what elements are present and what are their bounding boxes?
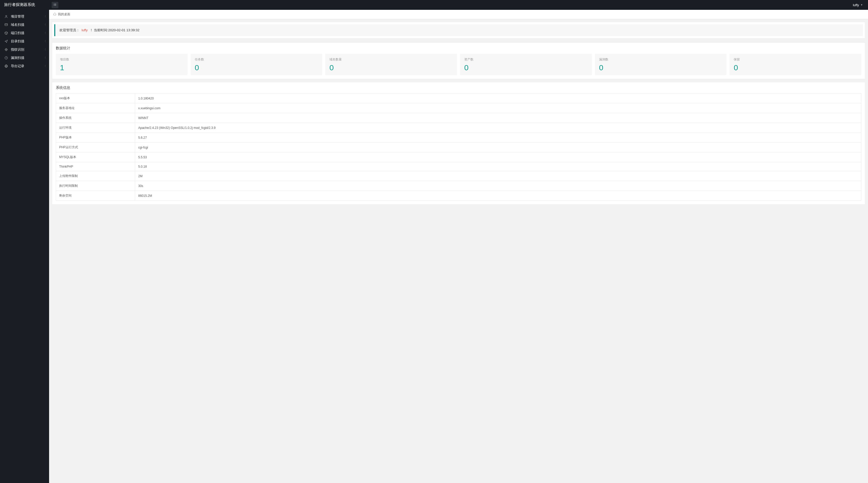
table-row: 上传附件限制2M xyxy=(56,171,861,181)
sidebar-item-domain[interactable]: 域名扫描 〈 xyxy=(0,21,49,29)
caret-down-icon: ▼ xyxy=(861,4,863,6)
stats-title: 数据统计 xyxy=(52,43,865,54)
sidebar-item-dir[interactable]: 目录扫描 〈 xyxy=(0,37,49,45)
stat-value: 0 xyxy=(464,64,588,71)
box-icon xyxy=(4,31,8,35)
stats-panel: 数据统计 项目数 1 任务数 0 域名数量 0 xyxy=(52,43,865,79)
sidebar-item-label: 指纹识别 xyxy=(11,47,43,52)
stat-card-tasks: 任务数 0 xyxy=(191,54,322,75)
fingerprint-icon xyxy=(4,47,8,52)
sidebar-item-vuln[interactable]: 漏洞扫描 〈 xyxy=(0,54,49,62)
globe-icon xyxy=(4,64,8,68)
chevron-left-icon: 〈 xyxy=(43,31,46,35)
welcome-inner: 欢迎管理员： luffy ！ 当前时间:2020-02-01 13:39:32 xyxy=(54,24,863,36)
user-menu[interactable]: luffy ▼ xyxy=(853,3,863,7)
breadcrumb: 我的桌面 xyxy=(49,10,868,19)
stat-label: 项目数 xyxy=(60,57,183,62)
info-key: PHP运行方式 xyxy=(56,142,135,152)
welcome-username: luffy xyxy=(82,28,88,32)
chevron-left-icon: 〈 xyxy=(43,23,46,27)
chevron-left-icon: 〈 xyxy=(43,48,46,52)
stat-cards: 项目数 1 任务数 0 域名数量 0 资产数 0 xyxy=(56,54,861,75)
sidebar-item-label: 目录扫描 xyxy=(11,39,43,44)
welcome-banner: 欢迎管理员： luffy ！ 当前时间:2020-02-01 13:39:32 xyxy=(52,22,865,38)
sysinfo-title: 系统信息 xyxy=(52,83,865,93)
chevron-left-icon: 〈 xyxy=(43,56,46,60)
svg-rect-1 xyxy=(5,24,8,26)
stat-label: 漏洞数 xyxy=(599,57,722,62)
sidebar-item-label: 端口扫描 xyxy=(11,31,43,35)
svg-point-0 xyxy=(6,15,7,17)
info-value: cgi-fcgi xyxy=(135,142,861,152)
stat-value: 0 xyxy=(195,64,318,71)
topbar: luffy ▼ xyxy=(49,0,868,10)
sidebar-nav: 项目管理 〈 域名扫描 〈 端口扫描 〈 xyxy=(0,10,49,70)
chevron-left-icon: 〈 xyxy=(43,15,46,18)
stat-label: 保留 xyxy=(734,57,857,62)
info-key: ThinkPHP xyxy=(56,162,135,171)
welcome-suffix: ！ 当前时间:2020-02-01 13:39:32 xyxy=(90,28,140,32)
info-value: 5.6.27 xyxy=(135,133,861,142)
content: 欢迎管理员： luffy ！ 当前时间:2020-02-01 13:39:32 … xyxy=(49,19,868,211)
stats-body: 项目数 1 任务数 0 域名数量 0 资产数 0 xyxy=(52,54,865,79)
info-value: WINNT xyxy=(135,113,861,123)
welcome-prefix: 欢迎管理员： xyxy=(59,28,80,32)
info-key: 运行环境 xyxy=(56,123,135,133)
table-row: PHP运行方式cgi-fcgi xyxy=(56,142,861,152)
sysinfo-panel: 系统信息 xxx版本1.0.180420 服务器地址x.xuebingsi.co… xyxy=(52,83,865,204)
stat-value: 0 xyxy=(599,64,722,71)
table-row: 操作系统WINNT xyxy=(56,113,861,123)
info-value: x.xuebingsi.com xyxy=(135,103,861,113)
home-icon xyxy=(53,12,56,16)
info-value: 5.5.53 xyxy=(135,152,861,162)
stat-card-reserved: 保留 0 xyxy=(730,54,861,75)
svg-point-14 xyxy=(54,4,54,5)
table-row: 服务器地址x.xuebingsi.com xyxy=(56,103,861,113)
info-value: 30s xyxy=(135,181,861,191)
table-row: 执行时间限制30s xyxy=(56,181,861,191)
sysinfo-body: xxx版本1.0.180420 服务器地址x.xuebingsi.com 操作系… xyxy=(52,93,865,204)
svg-point-5 xyxy=(5,49,7,51)
stat-value: 1 xyxy=(60,64,183,71)
table-row: 运行环境Apache/2.4.23 (Win32) OpenSSL/1.0.2j… xyxy=(56,123,861,133)
stat-card-domains: 域名数量 0 xyxy=(325,54,457,75)
info-value: 1.0.180420 xyxy=(135,94,861,103)
sidebar-item-finger[interactable]: 指纹识别 〈 xyxy=(0,45,49,54)
info-key: 执行时间限制 xyxy=(56,181,135,191)
sidebar-item-label: 漏洞扫描 xyxy=(11,56,43,60)
stat-card-assets: 资产数 0 xyxy=(460,54,592,75)
chevron-left-icon: 〈 xyxy=(43,64,46,68)
domain-icon xyxy=(4,23,8,27)
stat-label: 域名数量 xyxy=(330,57,453,62)
table-row: 剩余空间86015.2M xyxy=(56,191,861,201)
sidebar-item-port[interactable]: 端口扫描 〈 xyxy=(0,29,49,37)
stat-value: 0 xyxy=(734,64,857,71)
clock-icon xyxy=(4,56,8,60)
chevron-left-icon: 〈 xyxy=(43,39,46,43)
sidebar: 旅行者探测器系统 项目管理 〈 域名扫描 〈 端口扫描 xyxy=(0,0,49,483)
app-root: 旅行者探测器系统 项目管理 〈 域名扫描 〈 端口扫描 xyxy=(0,0,868,483)
sidebar-item-label: 项目管理 xyxy=(11,14,43,19)
sidebar-item-export[interactable]: 导出记录 〈 xyxy=(0,62,49,70)
svg-point-13 xyxy=(54,4,54,4)
stat-label: 资产数 xyxy=(464,57,588,62)
menu-toggle-button[interactable] xyxy=(52,2,58,8)
table-row: PHP版本5.6.27 xyxy=(56,133,861,142)
sysinfo-table: xxx版本1.0.180420 服务器地址x.xuebingsi.com 操作系… xyxy=(56,93,861,201)
sidebar-item-label: 导出记录 xyxy=(11,64,43,68)
stat-value: 0 xyxy=(330,64,453,71)
list-icon xyxy=(53,3,57,7)
info-value: 2M xyxy=(135,171,861,181)
info-key: MYSQL版本 xyxy=(56,152,135,162)
svg-point-4 xyxy=(6,49,7,50)
info-key: 上传附件限制 xyxy=(56,171,135,181)
sidebar-item-project[interactable]: 项目管理 〈 xyxy=(0,12,49,21)
svg-point-15 xyxy=(54,5,54,5)
table-row: MYSQL版本5.5.53 xyxy=(56,152,861,162)
info-value: 5.0.18 xyxy=(135,162,861,171)
table-row: ThinkPHP5.0.18 xyxy=(56,162,861,171)
user-icon xyxy=(4,14,8,19)
info-value: Apache/2.4.23 (Win32) OpenSSL/1.0.2j mod… xyxy=(135,123,861,133)
main: luffy ▼ 我的桌面 欢迎管理员： luffy ！ 当前时间:2020-02… xyxy=(49,0,868,483)
stat-card-projects: 项目数 1 xyxy=(56,54,188,75)
